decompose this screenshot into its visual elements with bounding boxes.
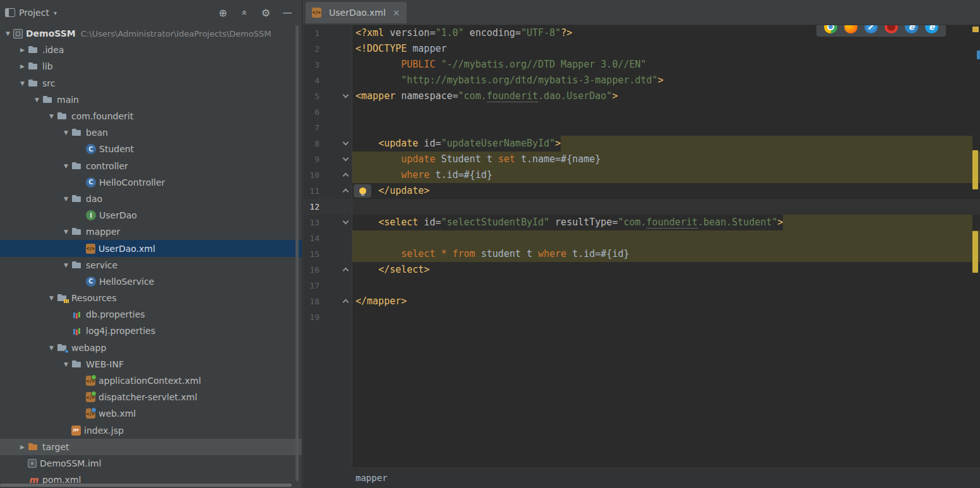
breadcrumb-item[interactable]: mapper	[356, 473, 388, 483]
code-line-6[interactable]: 6	[303, 104, 980, 120]
code-line-5[interactable]: 5<mapper namespace="com.founderit.dao.Us…	[303, 88, 980, 104]
code-line-3[interactable]: 3 PUBLIC "-//mybatis.org//DTD Mapper 3.0…	[303, 57, 980, 73]
tree-label: index.jsp	[84, 426, 124, 436]
tree-label: target	[42, 442, 69, 452]
tree-row--idea[interactable]: ▶.idea	[0, 42, 302, 58]
tree-row-web-xml[interactable]: web.xml	[0, 405, 302, 422]
code-line-15[interactable]: 15 select * from student t where t.id=#{…	[303, 246, 980, 262]
chevron-expanded-icon[interactable]: ▼	[46, 295, 57, 301]
tree-row-webapp[interactable]: ▼webapp	[0, 340, 302, 356]
tree-row-lib[interactable]: ▶lib	[0, 58, 302, 74]
webapp-icon	[57, 342, 68, 354]
hide-icon[interactable]: —	[279, 4, 296, 21]
line-number: 2	[303, 41, 325, 57]
code-line-8[interactable]: 8 <update id="updateUserNameById">	[303, 136, 980, 152]
code-line-11[interactable]: 11 </update>	[303, 183, 980, 199]
chevron-expanded-icon[interactable]: ▼	[3, 30, 13, 37]
tree-row-controller[interactable]: ▼controller	[0, 158, 302, 174]
code-line-2[interactable]: 2<!DOCTYPE mapper	[303, 41, 980, 57]
tree-row-resources[interactable]: ▼Resources	[0, 290, 302, 306]
chevron-expanded-icon[interactable]: ▼	[61, 129, 71, 136]
tree-row-src[interactable]: ▼src	[0, 75, 302, 92]
stripe-mark[interactable]	[977, 51, 980, 59]
code-line-18[interactable]: 18</mapper>	[303, 294, 980, 309]
code-line-13[interactable]: 13 <select id="selectStudentById" result…	[303, 215, 980, 230]
code-line-12[interactable]: 12	[303, 199, 980, 215]
line-number: 17	[303, 278, 325, 294]
chevron-expanded-icon[interactable]: ▼	[61, 196, 71, 202]
fold-marker-icon[interactable]	[343, 173, 349, 179]
tree-horizontal-scrollbar[interactable]	[0, 484, 292, 487]
interface-icon	[86, 210, 96, 220]
stripe-mark[interactable]	[972, 231, 978, 273]
tree-row-applicationcontext-xml[interactable]: applicationContext.xml	[0, 372, 302, 389]
tree-row-com-founderit[interactable]: ▼com.founderit	[0, 108, 302, 124]
fold-marker-icon[interactable]	[343, 189, 349, 195]
tab-userdao-xml[interactable]: UserDao.xml ×	[306, 2, 407, 23]
tree-label: DemoSSM.iml	[40, 458, 101, 468]
tree-row-db-properties[interactable]: db.properties	[0, 306, 302, 323]
code-line-9[interactable]: 9 update Student t set t.name=#{name}	[303, 152, 980, 167]
collapse-all-icon[interactable]: «	[236, 4, 253, 21]
line-number: 15	[303, 246, 325, 262]
tree-row-bean[interactable]: ▼bean	[0, 124, 302, 141]
tree-row-service[interactable]: ▼service	[0, 257, 302, 273]
chevron-expanded-icon[interactable]: ▼	[46, 345, 57, 351]
code-line-17[interactable]: 17	[303, 278, 980, 294]
code-line-10[interactable]: 10 where t.id=#{id}	[303, 167, 980, 183]
tree-row-demossm-iml[interactable]: DemoSSM.iml	[0, 455, 302, 472]
panel-title[interactable]: Project	[19, 8, 49, 18]
chevron-expanded-icon[interactable]: ▼	[61, 163, 71, 169]
chevron-collapsed-icon[interactable]: ▶	[17, 47, 28, 53]
tree-row-helloservice[interactable]: HelloService	[0, 273, 302, 290]
chevron-down-icon[interactable]	[54, 9, 57, 16]
tree-row-userdao-xml[interactable]: UserDao.xml	[0, 240, 302, 256]
tree-row-student[interactable]: Student	[0, 141, 302, 157]
chevron-expanded-icon[interactable]: ▼	[32, 97, 42, 103]
chevron-expanded-icon[interactable]: ▼	[61, 262, 71, 268]
tree-row-main[interactable]: ▼main	[0, 92, 302, 108]
tree-row-hellocontroller[interactable]: HelloController	[0, 174, 302, 191]
tree-row-web-inf[interactable]: ▼WEB-INF	[0, 356, 302, 372]
fold-marker-icon[interactable]	[343, 155, 349, 162]
tree-label: HelloController	[99, 177, 165, 187]
tree-row-index-jsp[interactable]: index.jsp	[0, 422, 302, 439]
select-opened-file-icon[interactable]: ⊕	[215, 4, 231, 21]
intention-bulb-icon[interactable]	[354, 184, 371, 198]
package-icon	[71, 193, 83, 205]
chevron-expanded-icon[interactable]: ▼	[17, 80, 28, 86]
fold-marker-icon[interactable]	[343, 268, 349, 274]
fold-marker-icon[interactable]	[343, 299, 349, 306]
chevron-collapsed-icon[interactable]: ▶	[17, 63, 28, 69]
code-line-19[interactable]: 19	[303, 309, 980, 325]
code-line-16[interactable]: 16 </select>	[303, 262, 980, 278]
code-line-4[interactable]: 4 "http://mybatis.org/dtd/mybatis-3-mapp…	[303, 73, 980, 88]
tree-row-log4j-properties[interactable]: log4j.properties	[0, 323, 302, 339]
stripe-mark[interactable]	[972, 27, 979, 32]
tree-vertical-scrollbar[interactable]	[296, 25, 299, 481]
settings-icon[interactable]: ⚙	[258, 4, 274, 21]
code-line-14[interactable]: 14	[303, 230, 980, 246]
fold-marker-icon[interactable]	[343, 92, 349, 98]
tree-row-target[interactable]: ▶target	[0, 439, 302, 455]
line-number: 14	[303, 230, 325, 246]
tree-label: log4j.properties	[86, 326, 155, 336]
chevron-expanded-icon[interactable]: ▼	[61, 229, 71, 235]
tree-label: lib	[42, 61, 53, 71]
tree-row-demossm[interactable]: ▼DemoSSMC:\Users\Administrator\IdeaProje…	[0, 25, 302, 42]
tree-row-dispatcher-servlet-xml[interactable]: dispatcher-servlet.xml	[0, 389, 302, 405]
tree-row-dao[interactable]: ▼dao	[0, 191, 302, 207]
tree-row-userdao[interactable]: UserDao	[0, 207, 302, 223]
tree-label: UserDao	[99, 210, 137, 220]
chevron-expanded-icon[interactable]: ▼	[46, 113, 57, 119]
fold-marker-icon[interactable]	[343, 140, 349, 146]
tab-close-icon[interactable]: ×	[393, 8, 400, 18]
chevron-expanded-icon[interactable]: ▼	[61, 361, 71, 367]
fold-marker-icon[interactable]	[343, 218, 349, 225]
xml-icon	[86, 244, 95, 254]
chevron-collapsed-icon[interactable]: ▶	[17, 444, 28, 450]
stripe-mark[interactable]	[972, 150, 978, 189]
code-line-7[interactable]: 7	[303, 120, 980, 136]
tree-row-mapper[interactable]: ▼mapper	[0, 223, 302, 240]
project-panel: Project ⊕«⚙— ▼DemoSSMC:\Users\Administra…	[0, 0, 302, 488]
